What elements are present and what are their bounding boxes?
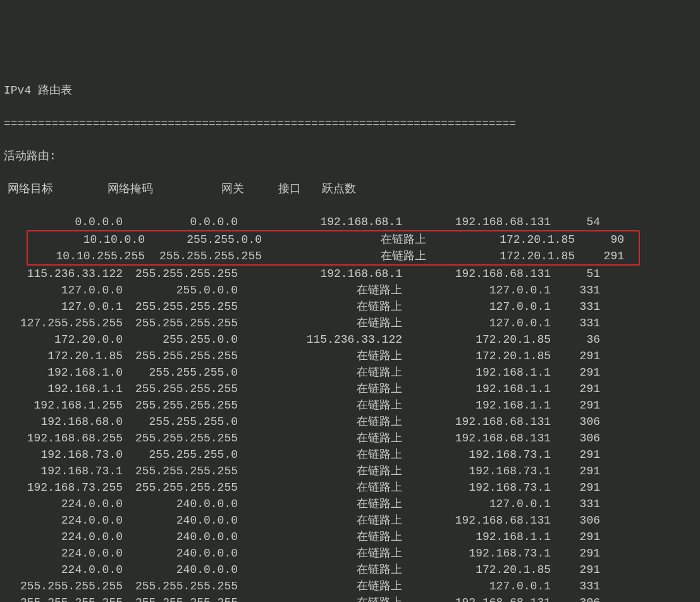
table-row: 172.20.0.0255.255.0.0115.236.33.122172.2… (4, 331, 696, 348)
table-row: 224.0.0.0240.0.0.0在链路上192.168.68.131306 (4, 512, 696, 529)
table-row: 10.10.0.0255.255.0.0在链路上172.20.1.8590 (34, 231, 639, 248)
active-route-table: 0.0.0.00.0.0.0192.168.68.1192.168.68.131… (4, 214, 696, 602)
table-row: 255.255.255.255255.255.255.255在链路上127.0.… (4, 578, 696, 594)
table-row: 192.168.73.0255.255.255.0在链路上192.168.73.… (4, 446, 696, 463)
table-row: 127.0.0.1255.255.255.255在链路上127.0.0.1331 (4, 298, 696, 315)
table-row: 127.255.255.255255.255.255.255在链路上127.0.… (4, 315, 696, 331)
table-row: 224.0.0.0240.0.0.0在链路上127.0.0.1331 (4, 496, 696, 512)
active-routes-label: 活动路由: (4, 148, 696, 164)
table-row: 192.168.68.255255.255.255.255在链路上192.168… (4, 430, 696, 446)
table-row: 192.168.73.255255.255.255.255在链路上192.168… (4, 479, 696, 496)
table-row: 192.168.68.0255.255.255.0在链路上192.168.68.… (4, 414, 696, 430)
table-row: 115.236.33.122255.255.255.255192.168.68.… (4, 266, 696, 282)
table-row: 10.10.255.255255.255.255.255在链路上172.20.1… (34, 248, 639, 264)
table-row: 192.168.1.0255.255.255.0在链路上192.168.1.12… (4, 364, 696, 381)
table-row: 127.0.0.0255.0.0.0在链路上127.0.0.1331 (4, 282, 696, 298)
table-row: 192.168.1.1255.255.255.255在链路上192.168.1.… (4, 381, 696, 397)
table-row: 192.168.73.1255.255.255.255在链路上192.168.7… (4, 463, 696, 479)
table-row: 192.168.1.255255.255.255.255在链路上192.168.… (4, 397, 696, 414)
table-row: 172.20.1.85255.255.255.255在链路上172.20.1.8… (4, 348, 696, 364)
title-line: IPv4 路由表 (4, 82, 696, 99)
table-row: 255.255.255.255255.255.255.255在链路上192.16… (4, 594, 696, 602)
active-headers: 网络目标 网络掩码 网关 接口 跃点数 (4, 181, 696, 197)
table-row: 224.0.0.0240.0.0.0在链路上192.168.73.1291 (4, 545, 696, 562)
table-row: 224.0.0.0240.0.0.0在链路上192.168.1.1291 (4, 529, 696, 545)
highlighted-routes: 10.10.0.0255.255.0.0在链路上172.20.1.859010.… (27, 230, 640, 266)
terminal-output: IPv4 路由表 ===============================… (0, 66, 700, 602)
divider-top: ========================================… (4, 115, 696, 132)
table-row: 224.0.0.0240.0.0.0在链路上172.20.1.85291 (4, 562, 696, 578)
table-row: 0.0.0.00.0.0.0192.168.68.1192.168.68.131… (4, 214, 696, 230)
